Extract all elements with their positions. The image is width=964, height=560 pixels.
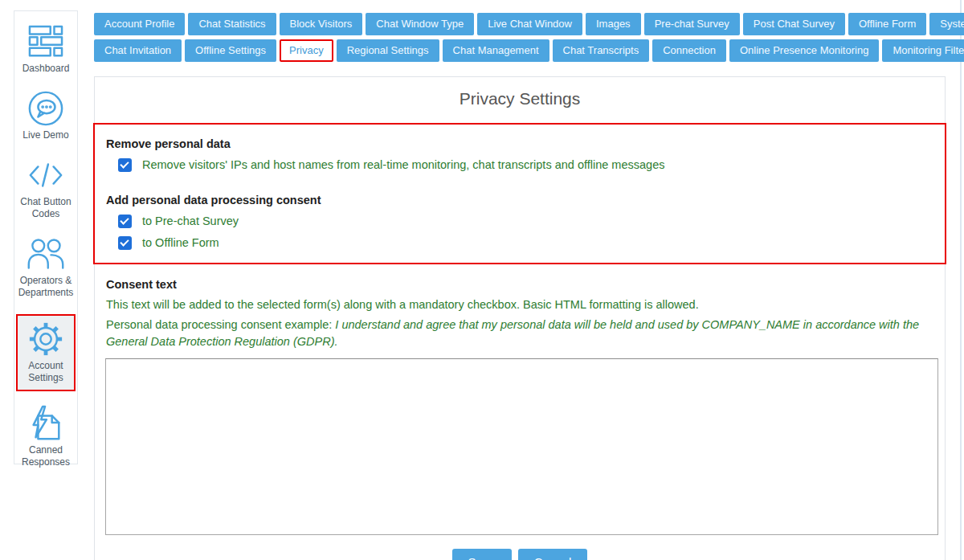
cancel-button[interactable]: Cancel	[518, 549, 588, 560]
tab-chat-invitation[interactable]: Chat Invitation	[94, 39, 182, 62]
remove-ips-checkbox-label: Remove visitors' IPs and host names from…	[142, 158, 664, 172]
tab-chat-transcripts[interactable]: Chat Transcripts	[553, 39, 650, 62]
tab-monitoring-filtering[interactable]: Monitoring Filtering	[882, 39, 964, 62]
remove-ips-checkbox-row: Remove visitors' IPs and host names from…	[95, 158, 945, 172]
page-right-border	[960, 0, 962, 560]
sidebar-item-live-demo[interactable]: Live Demo	[15, 90, 76, 141]
pre-chat-survey-checkbox-row: to Pre-chat Survey	[95, 215, 945, 228]
form-actions: Save Cancel	[95, 549, 945, 560]
consent-text-heading: Consent text	[106, 278, 933, 291]
sidebar-item-chat-button-codes[interactable]: Chat Button Codes	[15, 157, 76, 220]
sidebar-item-label: Account Settings	[18, 360, 73, 384]
tab-offline-settings[interactable]: Offline Settings	[185, 39, 276, 62]
tab-privacy[interactable]: Privacy	[280, 39, 333, 62]
consent-text-section: Consent text This text will be added to …	[95, 278, 945, 535]
privacy-settings-panel: Privacy Settings Remove personal data Re…	[94, 76, 946, 560]
gear-icon	[27, 321, 65, 358]
tab-chat-window-type[interactable]: Chat Window Type	[366, 13, 474, 35]
tab-pre-chat-survey[interactable]: Pre-chat Survey	[644, 13, 740, 35]
offline-form-checkbox-row: to Offline Form	[95, 236, 945, 250]
canned-responses-icon	[27, 405, 65, 442]
sidebar-item-label: Dashboard	[22, 63, 70, 75]
sidebar-item-canned-responses[interactable]: Canned Responses	[15, 405, 76, 468]
tab-account-profile[interactable]: Account Profile	[94, 13, 185, 35]
settings-tab-bar: Account Profile Chat Statistics Block Vi…	[94, 13, 947, 66]
tab-chat-statistics[interactable]: Chat Statistics	[188, 13, 276, 35]
tab-connection[interactable]: Connection	[652, 39, 726, 62]
offline-form-checkbox[interactable]	[118, 236, 132, 250]
tab-row-1: Account Profile Chat Statistics Block Vi…	[94, 13, 947, 35]
highlight-personal-data-section: Remove personal data Remove visitors' IP…	[93, 123, 946, 264]
save-button[interactable]: Save	[452, 549, 512, 560]
offline-form-checkbox-label: to Offline Form	[142, 236, 219, 250]
sidebar-item-operators-departments[interactable]: Operators & Departments	[15, 235, 76, 299]
tab-post-chat-survey[interactable]: Post Chat Survey	[743, 13, 845, 35]
tab-row-2: Chat Invitation Offline Settings Privacy…	[94, 39, 947, 62]
tab-live-chat-window[interactable]: Live Chat Window	[477, 13, 582, 35]
tab-system-messages[interactable]: System Messages	[929, 13, 964, 35]
tab-chat-management[interactable]: Chat Management	[443, 39, 549, 62]
sidebar-item-label: Canned Responses	[15, 444, 76, 468]
pre-chat-survey-checkbox-label: to Pre-chat Survey	[142, 215, 239, 228]
pre-chat-survey-checkbox[interactable]	[118, 215, 132, 228]
operators-icon	[27, 235, 65, 272]
sidebar-item-label: Operators & Departments	[15, 275, 76, 299]
remove-ips-checkbox[interactable]	[118, 158, 132, 172]
page-title: Privacy Settings	[95, 89, 945, 108]
sidebar-item-dashboard[interactable]: Dashboard	[15, 23, 76, 75]
consent-text-example: Personal data processing consent example…	[106, 317, 933, 350]
live-demo-chat-icon	[27, 90, 65, 127]
tab-regional-settings[interactable]: Regional Settings	[337, 39, 439, 62]
sidebar-item-label: Live Demo	[22, 129, 68, 141]
tab-block-visitors[interactable]: Block Visitors	[280, 13, 363, 35]
remove-personal-data-heading: Remove personal data	[95, 137, 945, 150]
tab-offline-form[interactable]: Offline Form	[848, 13, 926, 35]
code-icon	[27, 157, 65, 194]
sidebar-item-label: Chat Button Codes	[15, 196, 76, 220]
consent-example-prefix: Personal data processing consent example…	[106, 318, 335, 331]
tab-images[interactable]: Images	[586, 13, 641, 35]
sidebar-item-account-settings[interactable]: Account Settings	[16, 314, 76, 391]
consent-text-input[interactable]	[105, 358, 938, 535]
consent-text-description: This text will be added to the selected …	[106, 298, 933, 311]
sidebar: Dashboard Live Demo Chat Button Codes	[14, 10, 78, 464]
tab-online-presence-monitoring[interactable]: Online Presence Monitoring	[729, 39, 879, 62]
add-consent-heading: Add personal data processing consent	[95, 194, 945, 206]
dashboard-bricks-icon	[27, 23, 65, 60]
